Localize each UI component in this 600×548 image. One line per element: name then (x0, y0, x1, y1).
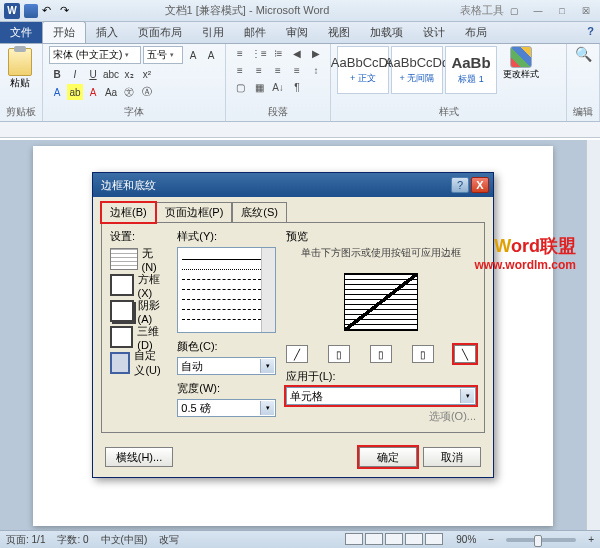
preview-diagram[interactable] (286, 263, 476, 341)
preview-btn-right[interactable]: ▯ (412, 345, 434, 363)
options-button[interactable]: 选项(O)... (286, 409, 476, 424)
font-size-combo[interactable]: 五号▾ (143, 46, 183, 64)
increase-indent-icon[interactable]: ▶ (308, 46, 324, 61)
zoom-in-icon[interactable]: + (588, 534, 594, 545)
color-dropdown[interactable]: 自动▾ (177, 357, 276, 375)
save-icon[interactable] (24, 4, 38, 18)
style-heading1[interactable]: AaBb标题 1 (445, 46, 497, 94)
underline-icon[interactable]: U (85, 66, 101, 82)
zoom-slider[interactable] (506, 538, 576, 542)
ribbon-tabs: 文件 开始 插入 页面布局 引用 邮件 审阅 视图 加载项 设计 布局 ? (0, 22, 600, 44)
italic-icon[interactable]: I (67, 66, 83, 82)
tab-references[interactable]: 引用 (192, 22, 234, 43)
tab-file[interactable]: 文件 (0, 22, 42, 43)
preview-btn-mid[interactable]: ▯ (370, 345, 392, 363)
cancel-button[interactable]: 取消 (423, 447, 481, 467)
tab-addins[interactable]: 加载项 (360, 22, 413, 43)
bold-icon[interactable]: B (49, 66, 65, 82)
word-icon: W (4, 3, 20, 19)
numbering-icon[interactable]: ⋮≡ (251, 46, 267, 61)
preview-btn-diag1[interactable]: ╱ (286, 345, 308, 363)
tab-view[interactable]: 视图 (318, 22, 360, 43)
multilevel-icon[interactable]: ⁝≡ (270, 46, 286, 61)
enclose-icon[interactable]: Ⓐ (139, 84, 155, 100)
tab-review[interactable]: 审阅 (276, 22, 318, 43)
dialog-tab-shading[interactable]: 底纹(S) (232, 202, 287, 223)
setting-none[interactable]: 无(N) (110, 247, 167, 271)
dialog-help-icon[interactable]: ? (451, 177, 469, 193)
bullets-icon[interactable]: ≡ (232, 46, 248, 61)
dialog-tab-page-border[interactable]: 页面边框(P) (156, 202, 233, 223)
minimize-ribbon-icon[interactable]: ▢ (504, 4, 524, 18)
tab-table-design[interactable]: 设计 (413, 22, 455, 43)
sort-icon[interactable]: A↓ (270, 80, 286, 95)
minimize-icon[interactable]: — (528, 4, 548, 18)
dialog-close-icon[interactable]: X (471, 177, 489, 193)
dialog-titlebar[interactable]: 边框和底纹 ? X (93, 173, 493, 197)
preview-btn-diag2[interactable]: ╲ (454, 345, 476, 363)
apply-to-dropdown[interactable]: 单元格▾ (286, 387, 476, 405)
change-case-icon[interactable]: Aa (103, 84, 119, 100)
shrink-font-icon[interactable]: A (203, 47, 219, 63)
vertical-scrollbar[interactable] (586, 140, 600, 530)
dialog-tab-borders[interactable]: 边框(B) (101, 202, 156, 223)
none-icon (110, 248, 138, 270)
subscript-icon[interactable]: x₂ (121, 66, 137, 82)
status-words[interactable]: 字数: 0 (57, 533, 88, 547)
ok-button[interactable]: 确定 (359, 447, 417, 467)
setting-box[interactable]: 方框(X) (110, 273, 167, 297)
style-header: 样式(Y): (177, 229, 276, 244)
font-color-icon[interactable]: A (85, 84, 101, 100)
style-no-spacing[interactable]: AaBbCcDd+ 无间隔 (391, 46, 443, 94)
superscript-icon[interactable]: x² (139, 66, 155, 82)
redo-icon[interactable]: ↷ (60, 4, 74, 18)
text-effects-icon[interactable]: A (49, 84, 65, 100)
strike-icon[interactable]: abc (103, 66, 119, 82)
setting-shadow[interactable]: 阴影(A) (110, 299, 167, 323)
grow-font-icon[interactable]: A (185, 47, 201, 63)
paragraph-label: 段落 (232, 105, 324, 121)
borders-icon[interactable]: ▦ (251, 80, 267, 95)
change-styles-button[interactable]: 更改样式 (501, 46, 541, 81)
find-icon[interactable]: 🔍 (575, 46, 592, 62)
status-page[interactable]: 页面: 1/1 (6, 533, 45, 547)
tab-home[interactable]: 开始 (42, 21, 86, 43)
settings-column: 设置: 无(N) 方框(X) 阴影(A) 三维(D) 自定义(U) (110, 229, 167, 424)
style-listbox[interactable] (177, 247, 276, 333)
tab-insert[interactable]: 插入 (86, 22, 128, 43)
group-editing: 🔍 编辑 (567, 44, 600, 121)
phonetic-icon[interactable]: ㉆ (121, 84, 137, 100)
status-language[interactable]: 中文(中国) (101, 533, 148, 547)
shadow-icon (110, 300, 134, 322)
paste-button[interactable]: 粘贴 (6, 46, 34, 92)
tab-mailings[interactable]: 邮件 (234, 22, 276, 43)
justify-icon[interactable]: ≡ (289, 63, 305, 78)
tab-table-layout[interactable]: 布局 (455, 22, 497, 43)
shading-icon[interactable]: ▢ (232, 80, 248, 95)
highlight-icon[interactable]: ab (67, 84, 83, 100)
horizontal-line-button[interactable]: 横线(H)... (105, 447, 173, 467)
align-right-icon[interactable]: ≡ (270, 63, 286, 78)
title-bar: W ↶ ↷ 文档1 [兼容模式] - Microsoft Word 表格工具 ▢… (0, 0, 600, 22)
maximize-icon[interactable]: □ (552, 4, 572, 18)
decrease-indent-icon[interactable]: ◀ (289, 46, 305, 61)
width-dropdown[interactable]: 0.5 磅▾ (177, 399, 276, 417)
setting-custom[interactable]: 自定义(U) (110, 351, 167, 375)
zoom-out-icon[interactable]: − (488, 534, 494, 545)
align-left-icon[interactable]: ≡ (232, 63, 248, 78)
close-window-icon[interactable]: ☒ (576, 4, 596, 18)
preview-btn-left[interactable]: ▯ (328, 345, 350, 363)
zoom-level[interactable]: 90% (456, 534, 476, 545)
view-buttons[interactable] (344, 533, 444, 547)
help-icon[interactable]: ? (587, 25, 594, 37)
undo-icon[interactable]: ↶ (42, 4, 56, 18)
line-spacing-icon[interactable]: ↕ (308, 63, 324, 78)
setting-3d[interactable]: 三维(D) (110, 325, 167, 349)
tab-page-layout[interactable]: 页面布局 (128, 22, 192, 43)
show-marks-icon[interactable]: ¶ (289, 80, 305, 95)
align-center-icon[interactable]: ≡ (251, 63, 267, 78)
status-mode[interactable]: 改写 (159, 533, 179, 547)
preview-column: 预览 单击下方图示或使用按钮可应用边框 ╱ ▯ ▯ ▯ ╲ 应用于(L): 单元… (286, 229, 476, 424)
style-normal[interactable]: AaBbCcDd+ 正文 (337, 46, 389, 94)
font-name-combo[interactable]: 宋体 (中文正文)▾ (49, 46, 141, 64)
